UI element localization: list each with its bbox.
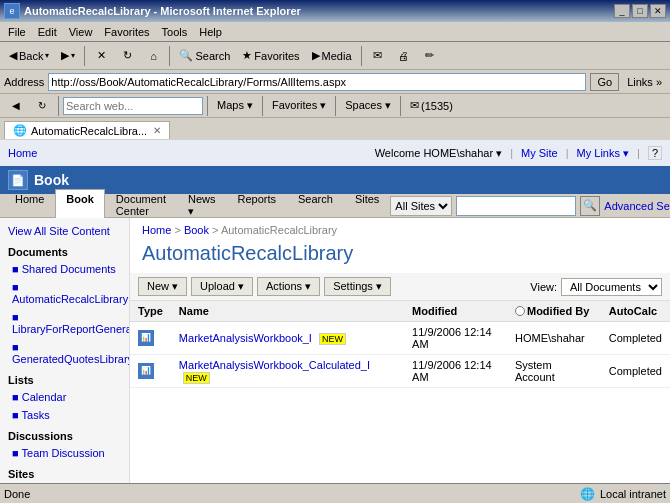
sp-site-icon: 📄 <box>8 170 28 190</box>
address-bar: Address Go Links » <box>0 70 670 94</box>
favorites-button[interactable]: ★ Favorites <box>237 45 304 67</box>
col-modifiedby-radio[interactable] <box>515 306 525 316</box>
refresh-button[interactable]: ↻ <box>115 45 139 67</box>
back-label: Back <box>19 50 43 62</box>
forward-button[interactable]: ▶ ▾ <box>56 45 80 67</box>
maps-button[interactable]: Maps ▾ <box>212 95 258 117</box>
menu-help[interactable]: Help <box>193 24 228 40</box>
row2-name: MarketAnalysisWorkbook_Calculated_I NEW <box>171 355 404 388</box>
go-button[interactable]: Go <box>590 73 619 91</box>
zone-icon: 🌐 <box>580 486 596 502</box>
sp-nav-shared-docs[interactable]: ■ Shared Documents <box>0 260 129 278</box>
page-title: AutomaticRecalcLibrary <box>130 238 670 273</box>
status-text: Done <box>4 488 30 500</box>
toolbar2-sep2 <box>207 96 208 116</box>
stop-button[interactable]: ✕ <box>89 45 113 67</box>
window-title: AutomaticRecalcLibrary - Microsoft Inter… <box>24 5 301 17</box>
view-select[interactable]: All Documents <box>561 278 662 296</box>
file-link-1[interactable]: MarketAnalysisWorkbook_I NEW <box>179 332 346 344</box>
col-modified: Modified <box>404 301 507 322</box>
file-link-2[interactable]: MarketAnalysisWorkbook_Calculated_I NEW <box>179 359 370 383</box>
media-label: Media <box>322 50 352 62</box>
mail-button[interactable]: ✉ <box>366 45 390 67</box>
new-button[interactable]: New ▾ <box>138 277 187 296</box>
sp-toplinks: Welcome HOME\shahar ▾ | My Site | My Lin… <box>375 146 662 160</box>
close-button[interactable]: ✕ <box>650 4 666 18</box>
links-label[interactable]: Links » <box>623 76 666 88</box>
spaces-button[interactable]: Spaces ▾ <box>340 95 396 117</box>
sp-nav-autocalc-lib[interactable]: ■ AutomaticRecalcLibrary <box>0 278 129 308</box>
sp-nav-team-disc[interactable]: ■ Team Discussion <box>0 444 129 462</box>
media-icon: ▶ <box>312 49 320 62</box>
sp-mylinks-link[interactable]: My Links ▾ <box>577 147 629 160</box>
stop-icon: ✕ <box>97 49 106 62</box>
breadcrumb-current: AutomaticRecalcLibrary <box>221 224 337 236</box>
row1-autocalc: Completed <box>601 322 670 355</box>
sp-view-all-link[interactable]: View All Site Content <box>0 222 129 240</box>
print-icon: 🖨 <box>398 50 409 62</box>
sp-divider1: | <box>510 147 513 159</box>
tab-favicon: 🌐 <box>13 124 27 137</box>
title-bar: e AutomaticRecalcLibrary - Microsoft Int… <box>0 0 670 22</box>
toolbar2-sep4 <box>335 96 336 116</box>
breadcrumb-home[interactable]: Home <box>142 224 171 236</box>
menu-file[interactable]: File <box>2 24 32 40</box>
toolbar2-back-btn[interactable]: ◀ <box>4 95 28 117</box>
row2-modified: 11/9/2006 12:14 AM <box>404 355 507 388</box>
sp-help-icon[interactable]: ? <box>648 146 662 160</box>
sp-body: View All Site Content Documents ■ Shared… <box>0 218 670 503</box>
row1-modified: 11/9/2006 12:14 AM <box>404 322 507 355</box>
toolbar2-sep3 <box>262 96 263 116</box>
status-bar: Done 🌐 Local intranet <box>0 483 670 503</box>
favorites-icon: ★ <box>242 49 252 62</box>
sp-search-icon: 🔍 <box>583 199 597 212</box>
sp-search-button[interactable]: 🔍 <box>580 196 600 216</box>
sp-nav-report-gen[interactable]: ■ LibraryForReportGeneration <box>0 308 129 338</box>
back-button[interactable]: ◀ Back ▾ <box>4 45 54 67</box>
home-button[interactable]: ⌂ <box>141 45 165 67</box>
inbox-button[interactable]: ✉ (1535) <box>405 95 458 117</box>
menu-edit[interactable]: Edit <box>32 24 63 40</box>
sp-heading-discussions: Discussions <box>0 424 129 444</box>
sp-heading-lists: Lists <box>0 368 129 388</box>
sp-advanced-search-link[interactable]: Advanced Search <box>604 200 670 212</box>
minimize-button[interactable]: _ <box>614 4 630 18</box>
edit-button[interactable]: ✏ <box>418 45 442 67</box>
favorites-label: Favorites <box>254 50 299 62</box>
sp-home-label[interactable]: Home <box>8 147 37 159</box>
actions-button[interactable]: Actions ▾ <box>257 277 320 296</box>
sp-heading-sites: Sites <box>0 462 129 482</box>
sp-mysite-link[interactable]: My Site <box>521 147 558 159</box>
web-search-input[interactable] <box>63 97 203 115</box>
menu-favorites[interactable]: Favorites <box>98 24 155 40</box>
menu-view[interactable]: View <box>63 24 99 40</box>
tab-close-icon[interactable]: ✕ <box>153 125 161 136</box>
print-button[interactable]: 🖨 <box>392 45 416 67</box>
row1-modifiedby: HOME\shahar <box>507 322 601 355</box>
sp-site-select[interactable]: All Sites <box>390 196 452 216</box>
sp-top-row: Home Welcome HOME\shahar ▾ | My Site | M… <box>0 140 670 166</box>
toolbar2-sep <box>58 96 59 116</box>
toolbar2-refresh-btn[interactable]: ↻ <box>30 95 54 117</box>
sp-search-input[interactable] <box>456 196 576 216</box>
status-right: 🌐 Local intranet <box>580 486 666 502</box>
sp-site-name: Book <box>34 172 69 188</box>
media-button[interactable]: ▶ Media <box>307 45 357 67</box>
sp-breadcrumb: Home > Book > AutomaticRecalcLibrary <box>130 218 670 238</box>
menu-bar: File Edit View Favorites Tools Help <box>0 22 670 42</box>
settings-button[interactable]: Settings ▾ <box>324 277 391 296</box>
favorites2-button[interactable]: Favorites ▾ <box>267 95 331 117</box>
search-button[interactable]: 🔍 Search <box>174 45 235 67</box>
menu-tools[interactable]: Tools <box>156 24 194 40</box>
active-tab[interactable]: 🌐 AutomaticRecalcLibra... ✕ <box>4 121 170 139</box>
sp-nav-tasks[interactable]: ■ Tasks <box>0 406 129 424</box>
upload-button[interactable]: Upload ▾ <box>191 277 253 296</box>
toolbar-separator-1 <box>84 46 85 66</box>
sp-nav-calendar[interactable]: ■ Calendar <box>0 388 129 406</box>
maximize-button[interactable]: □ <box>632 4 648 18</box>
sp-welcome-text[interactable]: Welcome HOME\shahar ▾ <box>375 147 502 160</box>
row2-modifiedby: System Account <box>507 355 601 388</box>
sp-nav-quotes-lib[interactable]: ■ GeneratedQuotesLibrary <box>0 338 129 368</box>
address-input[interactable] <box>48 73 586 91</box>
breadcrumb-book[interactable]: Book <box>184 224 209 236</box>
